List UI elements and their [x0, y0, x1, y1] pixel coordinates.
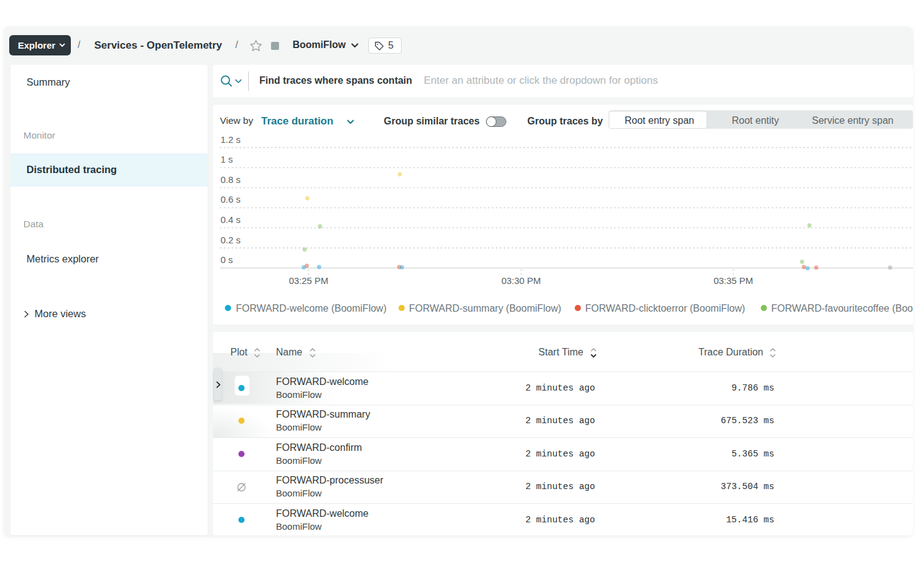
svg-text:0.6 s: 0.6 s — [221, 194, 241, 205]
svg-text:1.2 s: 1.2 s — [221, 134, 241, 145]
svg-text:03:25 PM: 03:25 PM — [289, 275, 328, 286]
svg-text:03:35 PM: 03:35 PM — [713, 275, 753, 286]
svg-text:0.2 s: 0.2 s — [221, 235, 241, 245]
svg-text:0 s: 0 s — [221, 254, 233, 265]
svg-text:0.4 s: 0.4 s — [221, 214, 241, 225]
svg-text:0.8 s: 0.8 s — [221, 174, 241, 185]
svg-text:03:30 PM: 03:30 PM — [501, 275, 541, 286]
svg-text:1 s: 1 s — [221, 154, 233, 164]
